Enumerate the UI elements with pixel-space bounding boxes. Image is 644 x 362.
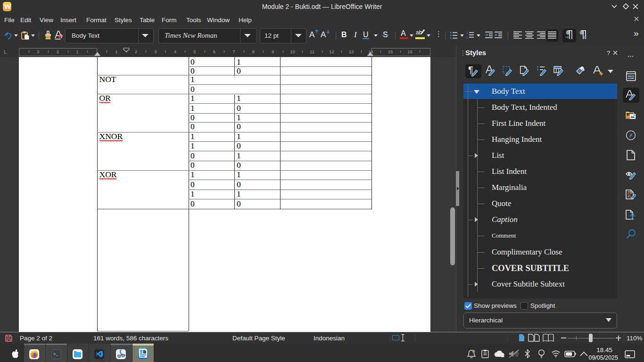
svg-text:2: 2	[466, 36, 468, 39]
svg-text:¶: ¶	[468, 66, 473, 75]
svg-text:1: 1	[466, 31, 468, 34]
